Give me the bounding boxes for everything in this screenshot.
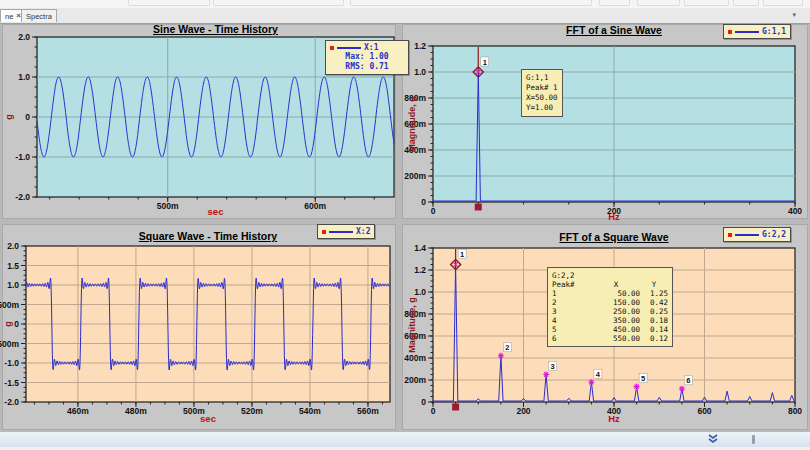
peak-table-cell: 450.00 [592,325,640,334]
tooltip-line: Peak# 1 [526,83,558,93]
peak-table-rows: 150.001.252150.000.423250.000.254350.000… [552,289,668,343]
peak-table-row: 150.001.25 [552,289,668,298]
peak-table-cell: 1 [552,289,592,298]
legend-box-x2[interactable]: X:2 [317,224,375,239]
peak-table-header: Peak# X Y [552,280,668,289]
tab-bar: ne × Spectra ▾ [0,8,810,24]
header-x: X [592,280,640,289]
legend-max-stat: Max: 1.00 [330,52,404,62]
legend-marker-icon [728,30,732,34]
toolbar-group [684,0,729,6]
toolbar-strip [0,0,810,8]
x-axis-unit-label: sec [37,206,394,217]
peak-table-row: 6550.000.12 [552,334,668,343]
tooltip-line: X=50.00 [526,93,558,103]
peak-table-cell: 350.00 [592,316,640,325]
peak-table-cell: 0.18 [640,316,668,325]
toolbar-group [350,0,592,6]
peak-table-cell: 1.25 [640,289,668,298]
x-axis-unit-label: sec [26,413,390,424]
legend-series-label: X:2 [356,227,370,236]
x-axis-unit-label: Hz [433,413,795,424]
peak-table-cell: 4 [552,316,592,325]
toolbar-group [213,0,344,6]
peak-table-title: G:2,2 [552,271,668,280]
tab-label: ne [5,12,13,21]
legend-series-label: G:2,2 [762,230,786,239]
peak-table-cell: 6 [552,334,592,343]
y-axis-name: g [3,321,13,327]
peak-table-cell: 0.42 [640,298,668,307]
x-axis-unit-label: Hz [433,211,795,222]
peak-table-row: 4350.000.18 [552,316,668,325]
legend-marker-icon [330,46,334,50]
bottom-bar [0,431,810,447]
tab-overflow-icon[interactable]: ▾ [792,11,796,19]
peak-table-cell: 5 [552,325,592,334]
peak-table-cell: 2 [552,298,592,307]
plot-title-sine-time: Sine Wave - Time History [37,23,394,35]
tab-spectra[interactable]: Spectra [21,9,57,22]
panel-square-time [2,224,396,430]
peak-table-row: 3250.000.25 [552,307,668,316]
legend-box-g11[interactable]: G:1,1 [723,24,791,39]
tooltip-line: G:1,1 [526,73,558,83]
toolbar-group [763,0,803,6]
legend-line-sample-icon [735,234,759,236]
header-y: Y [640,280,668,289]
legend-marker-icon [322,230,326,234]
legend-series-label: G:1,1 [762,27,786,36]
peak-table-cell: 0.25 [640,307,668,316]
legend-box-g22[interactable]: G:2,2 [723,227,791,242]
legend-series-label: X:1 [364,43,378,52]
peak-table-cell: 0.12 [640,334,668,343]
peak-table-row: 2150.000.42 [552,298,668,307]
peak-table-row: 5450.000.14 [552,325,668,334]
peak-table-cell: 0.14 [640,325,668,334]
peak-table-tooltip: G:2,2 Peak# X Y 150.001.252150.000.42325… [547,267,673,347]
pin-handle-icon[interactable] [752,435,755,444]
toolbar-group [128,0,210,6]
legend-line-sample-icon [337,47,361,49]
legend-marker-icon [728,233,732,237]
toolbar-group [733,0,759,6]
y-axis-name: Magnitude, g [407,297,417,353]
peak-table-cell: 150.00 [592,298,640,307]
legend-line-sample-icon [735,31,759,33]
app-window: ne × Spectra ▾ 2.01.00-1.0-2.0500m600m1.… [0,0,810,450]
y-axis-name: Magnitude, g [407,96,417,152]
collapse-panel-icon[interactable] [707,434,719,444]
legend-rms-stat: RMS: 0.71 [330,62,404,72]
legend-box-x1[interactable]: X:1 Max: 1.00 RMS: 0.71 [325,40,409,75]
header-peak: Peak# [552,280,592,289]
panel-fft-sine [402,24,808,219]
legend-line-sample-icon [329,231,353,233]
peak-table-cell: 3 [552,307,592,316]
tab-label: Spectra [26,12,52,21]
peak-tooltip-sine: G:1,1 Peak# 1 X=50.00 Y=1.00 [521,69,563,117]
peak-table-cell: 550.00 [592,334,640,343]
peak-table-cell: 50.00 [592,289,640,298]
toolbar-group [637,0,680,6]
peak-table-cell: 250.00 [592,307,640,316]
y-axis-name: g [4,114,14,120]
toolbar-group [599,0,630,6]
tooltip-line: Y=1.00 [526,103,558,113]
